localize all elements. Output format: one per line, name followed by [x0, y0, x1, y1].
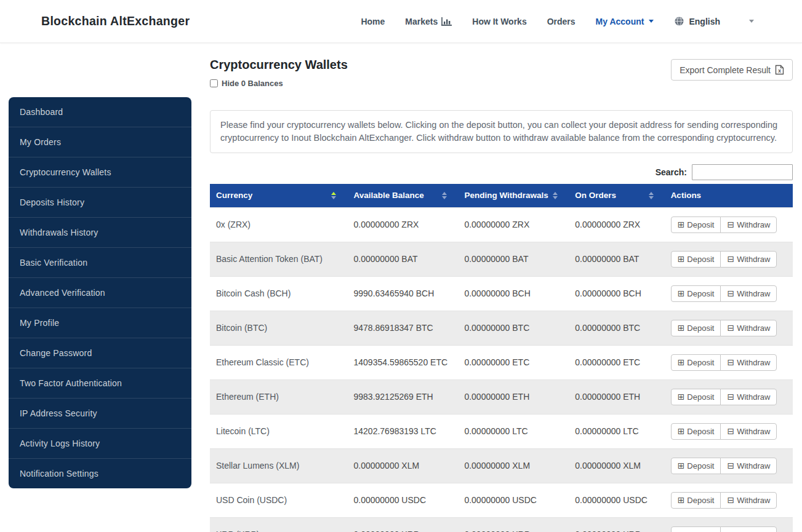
on-orders-cell: 0.00000000 BTC [569, 311, 664, 345]
search-label: Search: [656, 167, 687, 177]
available-balance-cell: 0.00000000 ZRX [347, 207, 458, 242]
pending-withdrawals-cell: 0.00000000 USDC [458, 483, 569, 517]
nav-item-my-account[interactable]: My Account [596, 17, 654, 26]
deposit-button[interactable]: ⊞ Deposit [671, 354, 721, 371]
deposit-button[interactable]: ⊞ Deposit [671, 251, 721, 268]
currency-cell: 0x (ZRX) [210, 207, 347, 242]
withdraw-button[interactable]: ⊟ Withdraw [720, 354, 777, 371]
actions-button-group: ⊞ Deposit ⊟ Withdraw [671, 458, 777, 474]
sidebar-item-deposits-history[interactable]: Deposits History [9, 188, 191, 218]
sidebar-item-basic-verification[interactable]: Basic Verification [9, 248, 191, 278]
header-currency[interactable]: Currency [210, 184, 347, 207]
sidebar-item-cryptocurrency-wallets[interactable]: Cryptocurrency Wallets [9, 157, 191, 188]
withdraw-button[interactable]: ⊟ Withdraw [720, 526, 777, 532]
withdraw-button[interactable]: ⊟ Withdraw [720, 423, 777, 440]
actions-cell: ⊞ Deposit ⊟ Withdraw [665, 414, 793, 448]
deposit-button[interactable]: ⊞ Deposit [671, 320, 721, 336]
deposit-button[interactable]: ⊞ Deposit [671, 423, 721, 440]
language-caret-icon[interactable] [749, 20, 754, 23]
pending-withdrawals-cell: 0.00000000 BTC [458, 311, 569, 345]
sidebar-item-dashboard[interactable]: Dashboard [9, 97, 191, 127]
hide-zero-balances-label: Hide 0 Balances [222, 79, 283, 88]
header-available-balance[interactable]: Available Balance [347, 184, 458, 207]
sidebar-item-two-factor-authentication[interactable]: Two Factor Authentication [9, 368, 191, 399]
wallets-info-box: Please find your cryptocurrency wallets … [210, 110, 793, 153]
deposit-button[interactable]: ⊞ Deposit [671, 458, 721, 474]
top-navbar: Blockchain AltExchanger Home Markets How… [0, 0, 802, 43]
on-orders-cell: 0.00000000 LTC [569, 414, 664, 448]
sidebar-item-my-profile[interactable]: My Profile [9, 308, 191, 338]
brand-logo[interactable]: Blockchain AltExchanger [41, 14, 190, 28]
sort-icon[interactable] [442, 192, 452, 199]
language-selector[interactable]: English [674, 16, 720, 26]
actions-button-group: ⊞ Deposit ⊟ Withdraw [671, 492, 777, 509]
sort-icon[interactable] [553, 192, 563, 199]
sidebar-item-change-password[interactable]: Change Password [9, 338, 191, 368]
sort-icon[interactable] [649, 192, 659, 199]
nav-menu: Home Markets How It Works Orders My Acco… [361, 16, 754, 26]
table-row: XRP (XRP) 0.00000000 XRP 0.00000000 XRP … [210, 517, 793, 532]
table-row: Basic Attention Token (BAT) 0.00000000 B… [210, 242, 793, 276]
plus-square-icon: ⊞ [678, 496, 685, 504]
deposit-button[interactable]: ⊞ Deposit [671, 285, 721, 302]
deposit-button[interactable]: ⊞ Deposit [671, 492, 721, 509]
deposit-button[interactable]: ⊞ Deposit [671, 526, 721, 532]
pending-withdrawals-cell: 0.00000000 BAT [458, 242, 569, 276]
minus-square-icon: ⊟ [727, 496, 734, 504]
withdraw-button[interactable]: ⊟ Withdraw [720, 389, 777, 405]
currency-cell: Stellar Lumens (XLM) [210, 448, 347, 483]
actions-cell: ⊞ Deposit ⊟ Withdraw [665, 448, 793, 483]
currency-cell: Basic Attention Token (BAT) [210, 242, 347, 276]
actions-button-group: ⊞ Deposit ⊟ Withdraw [671, 423, 777, 440]
sidebar-item-activity-logs-history[interactable]: Activity Logs History [9, 429, 191, 459]
sidebar-item-ip-address-security[interactable]: IP Address Security [9, 399, 191, 429]
table-row: Litecoin (LTC) 14202.76983193 LTC 0.0000… [210, 414, 793, 448]
nav-item-home[interactable]: Home [361, 17, 385, 26]
content-area: Dashboard My Orders Cryptocurrency Walle… [0, 43, 802, 532]
currency-cell: XRP (XRP) [210, 517, 347, 532]
withdraw-button[interactable]: ⊟ Withdraw [720, 458, 777, 474]
header-pending-withdrawals[interactable]: Pending Withdrawals [458, 184, 569, 207]
sort-icon[interactable] [331, 192, 341, 199]
deposit-button[interactable]: ⊞ Deposit [671, 389, 721, 405]
deposit-button[interactable]: ⊞ Deposit [671, 216, 721, 233]
nav-item-markets[interactable]: Markets [405, 17, 452, 26]
header-on-orders[interactable]: On Orders [569, 184, 664, 207]
table-row: USD Coin (USDC) 0.00000000 USDC 0.000000… [210, 483, 793, 517]
hide-zero-balances-checkbox[interactable] [210, 79, 218, 87]
actions-cell: ⊞ Deposit ⊟ Withdraw [665, 379, 793, 414]
minus-square-icon: ⊟ [727, 220, 734, 229]
export-complete-result-button[interactable]: Export Complete Result x [671, 59, 793, 81]
actions-cell: ⊞ Deposit ⊟ Withdraw [665, 276, 793, 311]
sidebar-item-notification-settings[interactable]: Notification Settings [9, 459, 191, 488]
nav-item-how-it-works[interactable]: How It Works [472, 17, 526, 26]
actions-button-group: ⊞ Deposit ⊟ Withdraw [671, 354, 777, 371]
actions-cell: ⊞ Deposit ⊟ Withdraw [665, 311, 793, 345]
minus-square-icon: ⊟ [727, 324, 734, 332]
available-balance-cell: 1409354.59865520 ETC [347, 345, 458, 379]
nav-item-orders[interactable]: Orders [547, 17, 575, 26]
withdraw-button[interactable]: ⊟ Withdraw [720, 216, 777, 233]
withdraw-button[interactable]: ⊟ Withdraw [720, 492, 777, 509]
available-balance-cell: 9478.86918347 BTC [347, 311, 458, 345]
sidebar-item-my-orders[interactable]: My Orders [9, 127, 191, 157]
table-row: Bitcoin (BTC) 9478.86918347 BTC 0.000000… [210, 311, 793, 345]
withdraw-button[interactable]: ⊟ Withdraw [720, 320, 777, 336]
available-balance-cell: 9983.92125269 ETH [347, 379, 458, 414]
on-orders-cell: 0.00000000 USDC [569, 483, 664, 517]
pending-withdrawals-cell: 0.00000000 LTC [458, 414, 569, 448]
currency-cell: Bitcoin (BTC) [210, 311, 347, 345]
table-row: Stellar Lumens (XLM) 0.00000000 XLM 0.00… [210, 448, 793, 483]
actions-button-group: ⊞ Deposit ⊟ Withdraw [671, 389, 777, 405]
withdraw-button[interactable]: ⊟ Withdraw [720, 251, 777, 268]
on-orders-cell: 0.00000000 BCH [569, 276, 664, 311]
header-actions: Actions [665, 184, 793, 207]
available-balance-cell: 0.00000000 BAT [347, 242, 458, 276]
withdraw-button[interactable]: ⊟ Withdraw [720, 285, 777, 302]
minus-square-icon: ⊟ [727, 392, 734, 401]
on-orders-cell: 0.00000000 ZRX [569, 207, 664, 242]
sidebar-item-withdrawals-history[interactable]: Withdrawals History [9, 218, 191, 248]
actions-cell: ⊞ Deposit ⊟ Withdraw [665, 207, 793, 242]
sidebar-item-advanced-verification[interactable]: Advanced Verification [9, 278, 191, 308]
search-input[interactable] [692, 164, 793, 180]
